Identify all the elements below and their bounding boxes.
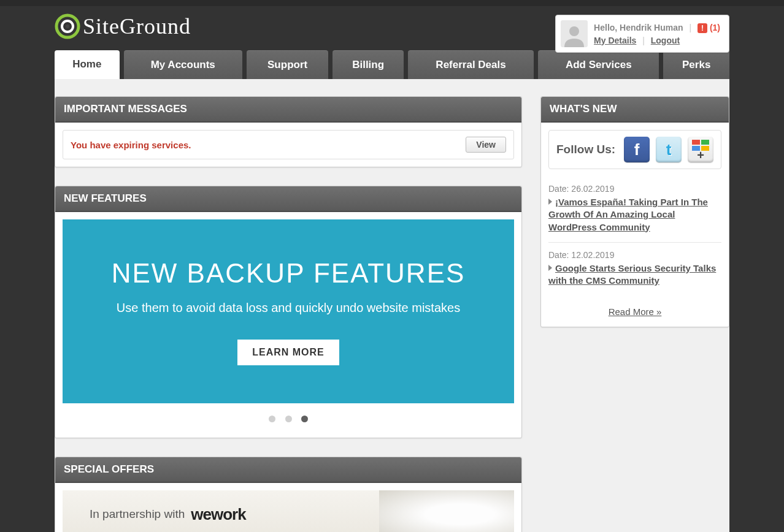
user-box: Hello, Hendrik Human | ! (1) My Details …: [555, 15, 729, 53]
new-features-panel: NEW FEATURES New Backup Features Use the…: [55, 186, 522, 438]
offers-header: SPECIAL OFFERS: [55, 457, 521, 483]
special-offers-panel: SPECIAL OFFERS In partnership with wewor…: [55, 457, 522, 532]
my-details-link[interactable]: My Details: [594, 36, 636, 45]
logo-text: SiteGround: [83, 13, 191, 39]
offers-image: [379, 490, 514, 532]
banner-title: New Backup Features: [112, 258, 466, 289]
banner-subtitle: Use them to avoid data loss and quickly …: [117, 301, 460, 315]
feature-banner: New Backup Features Use them to avoid da…: [63, 219, 514, 403]
chevron-right-icon: [548, 199, 552, 205]
read-more-link[interactable]: Read More »: [609, 306, 662, 317]
important-messages-panel: IMPORTANT MESSAGES You have expiring ser…: [55, 96, 522, 167]
alert-count[interactable]: (1): [710, 23, 720, 32]
tab-support[interactable]: Support: [247, 50, 329, 79]
logout-link[interactable]: Logout: [651, 36, 680, 45]
important-header: IMPORTANT MESSAGES: [55, 97, 521, 123]
user-greeting: Hello, Hendrik Human: [594, 23, 683, 32]
follow-label: Follow Us:: [556, 143, 624, 156]
carousel-dots: [63, 403, 514, 438]
google-plus-icon[interactable]: +: [688, 137, 713, 162]
expiring-message: You have expiring services.: [71, 140, 191, 150]
tab-perks[interactable]: Perks: [663, 50, 729, 79]
whatsnew-header: WHAT'S NEW: [541, 97, 729, 123]
carousel-dot-2[interactable]: [285, 416, 292, 422]
view-button[interactable]: View: [466, 137, 506, 153]
news-link[interactable]: Google Starts Serious Security Talks wit…: [548, 263, 716, 286]
avatar: [561, 20, 588, 47]
chevron-right-icon: [548, 265, 552, 271]
logo-swirl-icon: [55, 13, 80, 39]
tab-billing[interactable]: Billing: [332, 50, 404, 79]
learn-more-button[interactable]: LEARN MORE: [237, 340, 339, 365]
tab-my-accounts[interactable]: My Accounts: [124, 50, 242, 79]
carousel-dot-1[interactable]: [269, 416, 275, 422]
carousel-dot-3[interactable]: [301, 416, 308, 422]
whats-new-panel: WHAT'S NEW Follow Us: f t: [540, 96, 729, 327]
news-item: Date: 26.02.2019 ¡Vamos España! Taking P…: [548, 180, 721, 243]
facebook-icon[interactable]: f: [624, 137, 650, 162]
features-header: NEW FEATURES: [55, 186, 521, 212]
news-link[interactable]: ¡Vamos España! Taking Part In The Growth…: [548, 197, 708, 232]
news-date: Date: 26.02.2019: [548, 184, 721, 194]
tab-referral-deals[interactable]: Referral Deals: [408, 50, 534, 79]
svg-point-2: [66, 25, 69, 28]
alert-icon[interactable]: !: [698, 23, 707, 33]
nav-tabs: Home My Accounts Support Billing Referra…: [55, 50, 729, 79]
tab-home[interactable]: Home: [55, 50, 120, 79]
svg-point-3: [569, 26, 579, 36]
twitter-icon[interactable]: t: [656, 137, 682, 162]
news-date: Date: 12.02.2019: [548, 250, 721, 260]
partnership-text: In partnership with: [90, 507, 185, 521]
partner-logo: wework: [191, 505, 245, 524]
news-item: Date: 12.02.2019 Google Starts Serious S…: [548, 246, 721, 296]
offers-banner[interactable]: In partnership with wework: [63, 490, 514, 532]
tab-add-services[interactable]: Add Services: [538, 50, 659, 79]
